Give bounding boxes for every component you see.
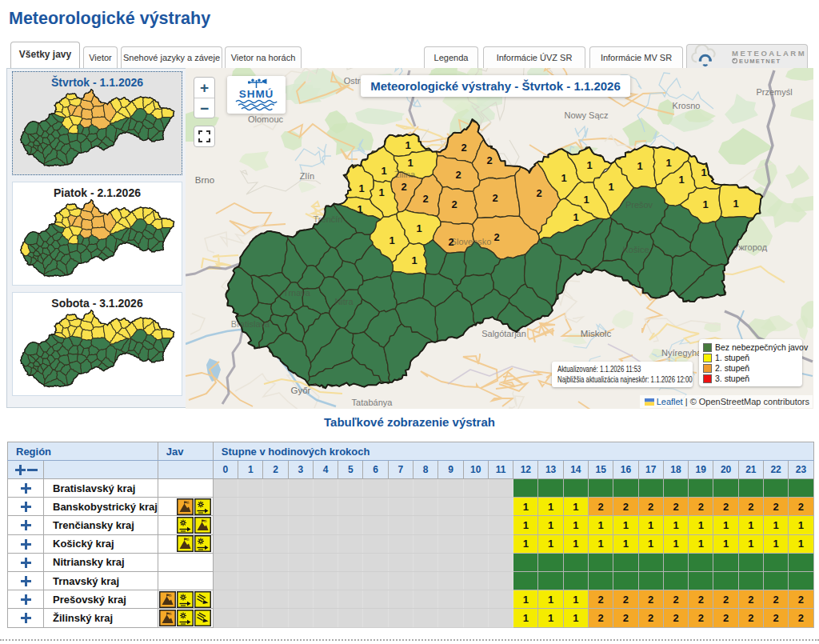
- svg-text:1: 1: [407, 157, 413, 169]
- svg-text:1: 1: [586, 159, 592, 171]
- svg-text:Prešov: Prešov: [625, 200, 653, 210]
- svg-text:Košice: Košice: [622, 245, 649, 254]
- svg-text:1: 1: [608, 181, 613, 193]
- svg-text:Nitra: Nitra: [334, 297, 354, 306]
- svg-text:Žilina: Žilina: [394, 170, 416, 179]
- svg-text:1: 1: [733, 198, 738, 210]
- svg-text:1: 1: [358, 182, 364, 194]
- svg-text:Miskolc: Miskolc: [581, 329, 612, 338]
- svg-text:Győr: Győr: [291, 386, 311, 395]
- svg-text:2: 2: [455, 169, 461, 181]
- svg-text:Slovensko: Slovensko: [451, 237, 492, 246]
- svg-text:METEOALARM: METEOALARM: [732, 49, 806, 58]
- svg-text:1: 1: [583, 194, 589, 206]
- svg-text:Bratislava: Bratislava: [231, 319, 270, 329]
- svg-text:Trenčín: Trenčín: [314, 214, 343, 224]
- svg-text:2: 2: [451, 198, 457, 210]
- svg-text:2: 2: [492, 192, 497, 204]
- svg-text:Olomouc: Olomouc: [248, 114, 284, 124]
- svg-text:1: 1: [678, 174, 684, 186]
- svg-text:1: 1: [702, 198, 708, 210]
- svg-text:1: 1: [665, 157, 671, 169]
- svg-text:2: 2: [422, 193, 428, 205]
- svg-text:2: 2: [461, 142, 466, 154]
- svg-text:1: 1: [561, 172, 566, 184]
- svg-text:Krosno: Krosno: [673, 101, 701, 110]
- svg-text:Nowy Sącz: Nowy Sącz: [564, 110, 608, 120]
- svg-text:2: 2: [536, 187, 541, 199]
- svg-text:1: 1: [411, 254, 417, 266]
- svg-text:EUMETNET: EUMETNET: [739, 58, 781, 65]
- svg-text:2: 2: [493, 231, 499, 243]
- svg-text:1: 1: [416, 222, 421, 234]
- svg-text:1: 1: [405, 139, 410, 151]
- svg-text:1: 1: [637, 160, 642, 172]
- svg-text:1: 1: [381, 165, 386, 177]
- svg-text:2: 2: [401, 181, 406, 193]
- svg-text:1: 1: [378, 186, 384, 198]
- svg-text:Trnava: Trnava: [283, 288, 311, 298]
- svg-text:Salgótarján: Salgótarján: [481, 329, 526, 338]
- svg-text:SHMÚ: SHMÚ: [239, 88, 274, 100]
- svg-text:2: 2: [448, 236, 453, 248]
- svg-text:1: 1: [357, 203, 362, 215]
- svg-text:Przemyśl: Przemyśl: [756, 87, 792, 97]
- svg-text:2: 2: [486, 154, 492, 166]
- svg-text:Ужгород: Ужгород: [733, 242, 768, 252]
- svg-text:1: 1: [573, 211, 578, 223]
- svg-text:Tatabánya: Tatabánya: [352, 398, 394, 407]
- svg-text:1: 1: [389, 234, 394, 246]
- svg-text:Zlín: Zlín: [300, 171, 314, 181]
- svg-text:1: 1: [701, 166, 706, 178]
- svg-text:Brno: Brno: [195, 175, 214, 185]
